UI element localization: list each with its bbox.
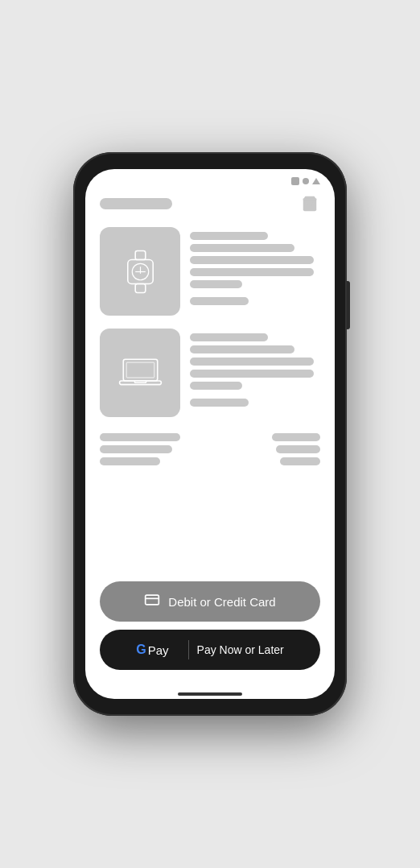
order-summary	[100, 433, 320, 465]
summary-labels	[100, 433, 180, 465]
wifi-icon	[303, 178, 309, 184]
svg-rect-4	[135, 283, 146, 292]
svg-rect-11	[146, 595, 159, 605]
svg-rect-10	[134, 380, 146, 382]
content-spacer	[100, 472, 320, 573]
summary-label-bar	[100, 457, 160, 465]
debit-credit-card-button[interactable]: Debit or Credit Card	[100, 581, 320, 622]
product-price-bar	[190, 297, 249, 305]
product-item	[100, 227, 320, 316]
svg-rect-8	[126, 362, 154, 378]
product-desc-bar-2	[190, 256, 314, 264]
summary-value-bar	[280, 457, 320, 465]
summary-label-bar	[100, 433, 180, 441]
gpay-pay-now-later-label: Pay Now or Later	[197, 643, 284, 656]
product-desc-bar-1	[190, 345, 294, 353]
google-pay-logo: G Pay	[136, 643, 171, 657]
home-bar	[178, 692, 242, 696]
credit-card-icon	[144, 592, 160, 611]
google-g-blue: G	[136, 643, 146, 657]
product-name-bar	[190, 333, 268, 341]
summary-value-bar	[276, 445, 320, 453]
phone-screen: Debit or Credit Card G Pay Pay Now or La…	[85, 169, 335, 699]
main-content: Debit or Credit Card G Pay Pay Now or La…	[85, 190, 335, 686]
page-title	[100, 198, 172, 209]
svg-rect-1	[135, 250, 146, 259]
product-sub-bar	[190, 280, 242, 288]
product-image-watch	[100, 227, 180, 316]
summary-values	[272, 433, 320, 465]
product-name-bar	[190, 232, 268, 240]
google-pay-button[interactable]: G Pay Pay Now or Later	[100, 630, 320, 670]
payment-buttons: Debit or Credit Card G Pay Pay Now or La…	[100, 573, 320, 686]
card-button-label: Debit or Credit Card	[168, 595, 275, 609]
product-sub-bar	[190, 382, 242, 390]
product-item	[100, 329, 320, 417]
gpay-divider	[188, 640, 189, 659]
signal-icon	[291, 177, 299, 185]
summary-value-bar	[272, 433, 320, 441]
product-desc-bar-2	[190, 358, 314, 366]
summary-label-bar	[100, 445, 172, 453]
phone-frame: Debit or Credit Card G Pay Pay Now or La…	[73, 152, 347, 716]
product-desc-bar-3	[190, 268, 314, 276]
status-bar	[85, 169, 335, 190]
product-details-watch	[190, 227, 320, 316]
cart-icon[interactable]	[299, 193, 320, 214]
product-price-bar	[190, 399, 249, 407]
product-details-laptop	[190, 329, 320, 417]
google-pay-word: Pay	[148, 643, 169, 657]
battery-icon	[312, 178, 320, 184]
product-image-laptop	[100, 329, 180, 417]
product-desc-bar-3	[190, 370, 314, 378]
page-header	[100, 193, 320, 214]
product-desc-bar-1	[190, 244, 294, 252]
home-indicator	[85, 686, 335, 699]
